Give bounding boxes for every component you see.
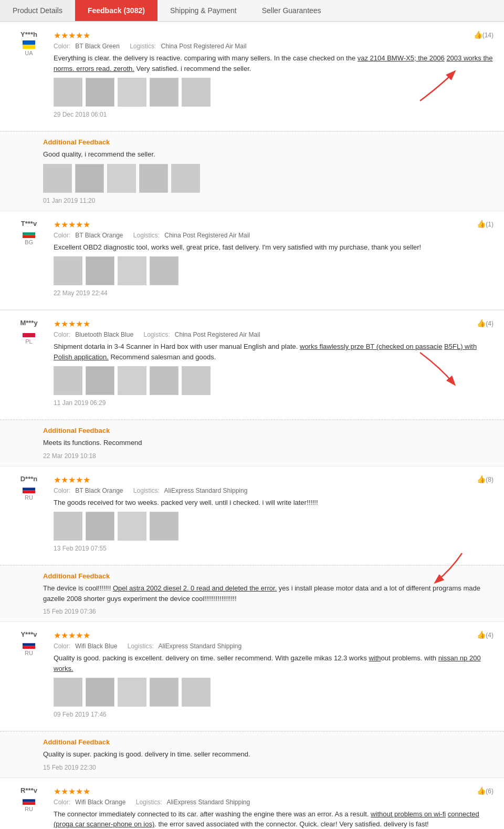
- thumbs-up-button[interactable]: 👍(6): [477, 786, 494, 795]
- review-header: Y***v RU ★★★★★ Color: Wifi Black Blue Lo…: [10, 630, 494, 718]
- svg-rect-9: [23, 490, 35, 493]
- review-image[interactable]: [139, 164, 168, 193]
- review-image[interactable]: [54, 256, 82, 285]
- review-image[interactable]: [75, 164, 104, 193]
- review-image[interactable]: [118, 78, 146, 107]
- reviewer-info: Y***h UA: [10, 30, 47, 56]
- color-label: Color:: [54, 232, 70, 239]
- logistics-label: Logistics:: [133, 487, 160, 494]
- review-image[interactable]: [150, 256, 178, 285]
- review-image[interactable]: [118, 366, 146, 395]
- tab-shipping[interactable]: Shipping & Payment: [158, 0, 249, 21]
- review-meta: Color: BT Black Green Logistics: China P…: [54, 43, 494, 50]
- review-content: ★★★★★ Color: Wifi Black Orange Logistics…: [54, 786, 494, 830]
- thumbs-up-button[interactable]: 👍(4): [477, 319, 494, 327]
- country-flag: [23, 485, 35, 493]
- review-item: M***y PL ★★★★★ Color: Bluetooth Black Bl…: [0, 310, 504, 420]
- additional-feedback-text: Good quality, i recommend the seller.: [43, 149, 494, 160]
- review-meta: Color: Bluetooth Black Blue Logistics: C…: [54, 331, 494, 338]
- svg-rect-10: [23, 640, 35, 643]
- review-image[interactable]: [86, 678, 114, 707]
- color-value: BT Black Green: [75, 43, 119, 50]
- svg-rect-1: [23, 45, 35, 49]
- thumbs-up-button[interactable]: 👍(1): [477, 220, 494, 228]
- reviewer-name: Y***v: [20, 630, 37, 638]
- thumbs-icon: 👍: [477, 630, 486, 639]
- review-image[interactable]: [182, 366, 211, 395]
- logistics-label: Logistics:: [133, 232, 160, 239]
- country-code: RU: [25, 650, 33, 656]
- reviewer-info: M***y PL: [10, 319, 47, 345]
- country-flag: [23, 230, 35, 238]
- thumbs-up-button[interactable]: 👍(14): [474, 30, 494, 39]
- review-content: ★★★★★ Color: BT Black Orange Logistics: …: [54, 220, 494, 297]
- star-rating: ★★★★★: [54, 30, 494, 40]
- review-wrapper-r4: D***n RU ★★★★★ Color: BT Black Orange Lo…: [0, 467, 504, 622]
- color-label: Color:: [54, 799, 70, 806]
- thumbs-up-button[interactable]: 👍(4): [477, 630, 494, 639]
- reviews-container: Y***h UA ★★★★★ Color: BT Black Green Log…: [0, 22, 504, 829]
- tab-seller[interactable]: Seller Guarantees: [249, 0, 334, 21]
- tab-feedback[interactable]: Feedback (3082): [75, 0, 158, 21]
- review-image[interactable]: [150, 512, 178, 541]
- review-item: R***v RU ★★★★★ Color: Wifi Black Orange …: [0, 778, 504, 830]
- svg-rect-5: [23, 329, 35, 333]
- svg-rect-4: [23, 235, 35, 237]
- color-value: Wifi Black Orange: [75, 799, 125, 806]
- review-image[interactable]: [182, 78, 211, 107]
- review-image[interactable]: [118, 256, 146, 285]
- review-image[interactable]: [86, 366, 114, 395]
- review-image[interactable]: [118, 512, 146, 541]
- review-header: D***n RU ★★★★★ Color: BT Black Orange Lo…: [10, 475, 494, 553]
- review-wrapper-r1: Y***h UA ★★★★★ Color: BT Black Green Log…: [0, 22, 504, 211]
- logistics-label: Logistics:: [136, 799, 162, 806]
- review-image[interactable]: [150, 78, 178, 107]
- review-item: Y***h UA ★★★★★ Color: BT Black Green Log…: [0, 22, 504, 131]
- review-item: Y***v RU ★★★★★ Color: Wifi Black Blue Lo…: [0, 622, 504, 731]
- logistics-label: Logistics:: [143, 331, 170, 338]
- additional-feedback-date: 15 Feb 2019 22:30: [43, 764, 494, 771]
- logistics-value: China Post Registered Air Mail: [164, 232, 250, 239]
- review-date: 29 Dec 2018 06:01: [54, 111, 494, 118]
- star-rating: ★★★★★: [54, 786, 494, 796]
- review-image[interactable]: [86, 78, 114, 107]
- additional-feedback-label: Additional Feedback: [43, 738, 494, 746]
- svg-rect-13: [23, 796, 35, 799]
- review-item: D***n RU ★★★★★ Color: BT Black Orange Lo…: [0, 467, 504, 566]
- review-image[interactable]: [54, 512, 82, 541]
- country-flag: [23, 40, 35, 49]
- review-date: 11 Jan 2019 06:29: [54, 399, 494, 407]
- review-wrapper-r5: Y***v RU ★★★★★ Color: Wifi Black Blue Lo…: [0, 622, 504, 778]
- review-content: ★★★★★ Color: Wifi Black Blue Logistics: …: [54, 630, 494, 718]
- thumbs-icon: 👍: [477, 319, 486, 327]
- review-image[interactable]: [54, 366, 82, 395]
- reviewer-info: R***v RU: [10, 786, 47, 812]
- review-image[interactable]: [150, 366, 178, 395]
- review-text: Quality is good. packing is excellent. d…: [54, 653, 494, 673]
- additional-feedback-date: 15 Feb 2019 07:36: [43, 608, 494, 615]
- logistics-value: AliExpress Standard Shipping: [166, 799, 250, 806]
- review-image[interactable]: [86, 256, 114, 285]
- country-flag: [23, 329, 35, 337]
- review-image[interactable]: [86, 512, 114, 541]
- thumbs-up-button[interactable]: 👍(8): [477, 475, 494, 483]
- review-image[interactable]: [182, 678, 211, 707]
- review-header: M***y PL ★★★★★ Color: Bluetooth Black Bl…: [10, 319, 494, 407]
- review-image[interactable]: [150, 678, 178, 707]
- country-code: UA: [25, 50, 33, 56]
- star-rating: ★★★★★: [54, 630, 494, 640]
- page-container: Product Details Feedback (3082) Shipping…: [0, 0, 504, 829]
- reviewer-name: M***y: [20, 319, 37, 327]
- review-image[interactable]: [118, 678, 146, 707]
- reviewer-name: Y***h: [20, 30, 37, 38]
- color-value: BT Black Orange: [75, 487, 123, 494]
- review-image[interactable]: [54, 678, 82, 707]
- review-image[interactable]: [171, 164, 200, 193]
- review-image[interactable]: [107, 164, 136, 193]
- star-rating: ★★★★★: [54, 319, 494, 329]
- logistics-value: AliExpress Standard Shipping: [158, 643, 242, 650]
- review-image[interactable]: [43, 164, 72, 193]
- review-image[interactable]: [54, 78, 82, 107]
- tab-product-details[interactable]: Product Details: [0, 0, 75, 21]
- review-meta: Color: Wifi Black Blue Logistics: AliExp…: [54, 643, 494, 650]
